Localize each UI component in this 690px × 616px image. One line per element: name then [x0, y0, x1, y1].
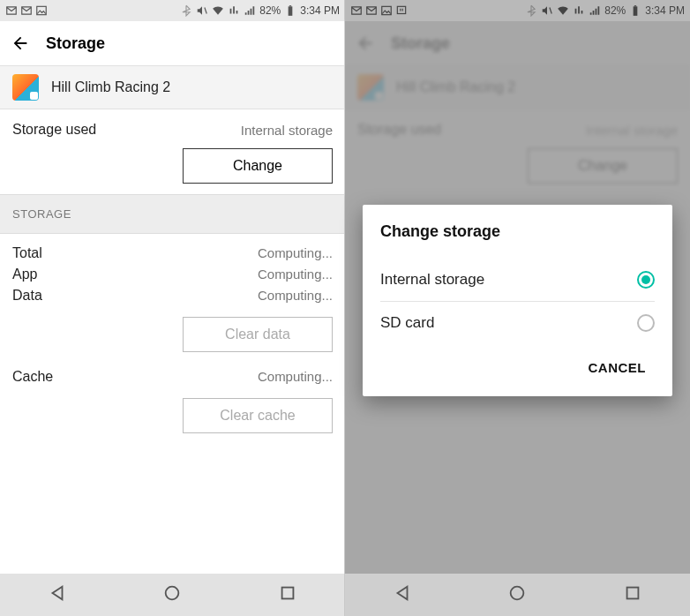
row-total: Total Computing...: [12, 243, 333, 264]
change-button[interactable]: Change: [183, 148, 333, 184]
battery-icon: [629, 4, 641, 17]
signal-icon: [244, 4, 256, 17]
nav-bar: [345, 574, 690, 616]
section-header-storage: STORAGE: [0, 194, 345, 234]
screen-right: 82% 3:34 PM Storage Hill Climb Racing 2 …: [345, 0, 690, 616]
row-cache: Cache Computing...: [12, 366, 333, 387]
bluetooth-icon: [525, 4, 537, 17]
svg-rect-2: [289, 5, 291, 6]
bluetooth-icon: [180, 4, 192, 17]
screen-left: 82% 3:34 PM Storage Hill Climb Racing 2 …: [0, 0, 345, 616]
svg-rect-4: [281, 588, 293, 599]
app-icon: [12, 74, 39, 101]
radio-unchecked-icon: [637, 314, 655, 332]
option-sd-label: SD card: [380, 314, 434, 332]
option-internal-storage[interactable]: Internal storage: [380, 259, 655, 301]
image-icon: [380, 4, 393, 17]
row-total-value: Computing...: [258, 245, 333, 261]
row-total-label: Total: [12, 245, 42, 261]
status-bar: 82% 3:34 PM: [345, 0, 690, 21]
status-bar: 82% 3:34 PM: [0, 0, 345, 21]
wifi-icon: [212, 4, 224, 17]
option-sd-card[interactable]: SD card: [380, 302, 655, 344]
option-internal-label: Internal storage: [380, 271, 484, 289]
app-bar: Storage: [0, 21, 345, 65]
storage-used-label: Storage used: [12, 122, 96, 138]
radio-checked-icon: [637, 271, 655, 289]
storage-used-block: Storage used Internal storage Change: [0, 109, 345, 194]
row-app: App Computing...: [12, 264, 333, 285]
data-icon: [228, 4, 240, 17]
battery-percent: 82%: [604, 4, 626, 17]
change-storage-dialog: Change storage Internal storage SD card …: [363, 205, 672, 396]
svg-point-3: [166, 587, 179, 600]
twitch-icon: [395, 4, 408, 17]
svg-rect-6: [397, 6, 405, 13]
mute-icon: [541, 4, 553, 17]
row-app-label: App: [12, 267, 37, 282]
app-name: Hill Climb Racing 2: [51, 79, 170, 95]
dialog-title: Change storage: [380, 222, 655, 241]
data-icon: [573, 4, 585, 17]
battery-icon: [284, 4, 296, 17]
row-data: Data Computing...: [12, 285, 333, 306]
back-arrow-icon[interactable]: [11, 34, 30, 53]
wifi-icon: [557, 4, 569, 17]
signal-icon: [589, 4, 601, 17]
row-app-value: Computing...: [258, 267, 333, 282]
svg-rect-10: [626, 588, 638, 599]
mail-icon: [350, 4, 363, 17]
clear-cache-button[interactable]: Clear cache: [183, 398, 333, 433]
nav-recent-icon[interactable]: [278, 583, 297, 606]
nav-bar: [0, 574, 345, 616]
cancel-button[interactable]: CANCEL: [580, 353, 656, 382]
nav-home-icon[interactable]: [162, 583, 182, 606]
svg-rect-5: [382, 6, 392, 14]
storage-rows: Total Computing... App Computing... Data…: [0, 234, 345, 437]
page-title: Storage: [46, 34, 105, 53]
svg-point-9: [511, 587, 524, 600]
svg-rect-1: [289, 6, 293, 15]
svg-rect-0: [37, 6, 47, 14]
row-data-value: Computing...: [258, 288, 333, 304]
row-cache-label: Cache: [12, 369, 53, 385]
clock: 3:34 PM: [300, 4, 340, 17]
clock: 3:34 PM: [645, 4, 685, 17]
mail-icon: [20, 4, 33, 17]
battery-percent: 82%: [259, 4, 281, 17]
mail-icon: [5, 4, 18, 17]
svg-rect-8: [634, 5, 636, 6]
row-cache-value: Computing...: [258, 369, 333, 385]
row-data-label: Data: [12, 288, 42, 304]
app-row[interactable]: Hill Climb Racing 2: [0, 65, 345, 109]
mail-icon: [365, 4, 378, 17]
image-icon: [35, 4, 48, 17]
storage-used-value: Internal storage: [241, 123, 333, 138]
nav-recent-icon[interactable]: [623, 583, 642, 606]
mute-icon: [196, 4, 208, 17]
nav-home-icon[interactable]: [507, 583, 527, 606]
nav-back-icon[interactable]: [393, 583, 412, 606]
clear-data-button[interactable]: Clear data: [183, 317, 333, 352]
svg-rect-7: [634, 6, 638, 15]
nav-back-icon[interactable]: [48, 583, 67, 606]
